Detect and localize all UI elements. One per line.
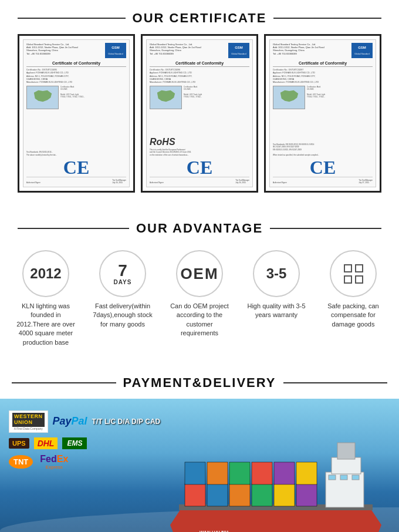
fedex-wrapper: FedEx Express [40,454,68,470]
svg-text:Global Standard: Global Standard [231,53,246,55]
cert-map-3 [273,86,305,109]
western-union-text: WESTERNUNION [12,413,45,427]
svg-rect-15 [274,484,295,506]
cert-card-1: Global Standard Testing Service Co., Ltd… [18,34,135,193]
days-label: DAYS [114,279,132,285]
ce-mark-2: CE [150,158,249,177]
cert-title-2: Certificate of Conformity [150,61,249,67]
advantage-items-container: 2012 KLN lighting was founded in 2012.Th… [6,244,393,353]
ce-mark-3: CE [273,158,373,177]
payment-header: PAYMENT&DELIVERY [0,365,399,399]
cert-issuer-text-2: Global Standard Testing Service Co., Ltd… [150,43,201,55]
cert-title-1: Certificate of Conformity [26,61,126,67]
tnt-logo: TNT [9,455,33,469]
cert-card-3: Global Standard Testing Service Co., Ltd… [264,34,381,193]
payment-row-3: TNT FedEx Express [9,454,160,470]
svg-rect-26 [329,475,336,480]
cert-bottom-3: Authorised Signer Tim Sun/ManagerJuly 27… [273,177,373,184]
days-desc: Fast delivery(within 7days),enough stock… [90,302,155,329]
adv-line-left [18,228,129,229]
pay-line-right [283,382,388,383]
certificate-title: OUR CERTIFICATE [133,11,267,26]
grid-dot-2 [355,264,363,272]
range-value: 3-5 [266,265,287,282]
svg-rect-12 [207,484,228,506]
cert-card-2: Global Standard Testing Service Co., Ltd… [141,34,258,193]
cert-standards-1: Test Standards: EN 55015:2013... The abo… [26,151,126,156]
cert-fields-1: Certification No.: GS718TC31095 Applican… [26,69,126,84]
cert-title-3: Certificate of Conformity [273,61,373,67]
grid-dot-3 [344,275,352,284]
svg-rect-16 [296,484,317,506]
advantage-item-oem: OEM Can do OEM project according to the … [167,250,232,338]
cert-map-2 [150,86,182,109]
oem-circle: OEM [176,250,223,297]
cert-issuer-text-3: Global Standard Testing Service Co., Ltd… [273,43,324,55]
cert-bottom-2: Authorised Signer Tim Sun/ManagerJuly 24… [150,177,249,184]
svg-text:GSM: GSM [111,46,120,49]
payment-methods-text: T/T L/C D/A D/P CAD [92,417,161,426]
gsm-logo: GSM Global Standard [105,43,126,58]
grid-dot-4 [355,275,363,284]
header-line-left [18,18,126,19]
svg-rect-19 [229,462,250,484]
cert-issuer-text: Global Standard Testing Service Co., Ltd… [26,43,78,55]
dhl-logo: DHL [34,437,58,449]
advantage-item-packing: Safe packing, can compensate for damage … [321,250,386,329]
ship-illustration: WAN HAI 501 [153,425,399,532]
svg-text:Global Standard: Global Standard [108,53,123,55]
fedex-sub: Express [46,464,63,470]
cert-fields-3: Certification No.: GS718TC31097 Applican… [273,69,373,84]
svg-rect-0 [105,43,126,58]
cert-model-text: Certification Mark CE-EMC Model: LED Tra… [60,86,126,149]
grid-dot-1 [344,264,352,272]
days-num: 7 [118,262,127,279]
advantage-item-range: 3-5 High quality with 3-5 years warranty [244,250,309,320]
header-line-right [273,18,381,19]
paypal-logo: PayPal [53,415,87,427]
svg-rect-13 [229,484,250,506]
svg-rect-28 [352,475,359,480]
cert-map-1 [26,86,59,109]
oem-desc: Can do OEM project according to the cust… [167,302,232,338]
ups-logo: UPS [9,438,29,449]
svg-rect-3 [228,43,249,58]
range-circle: 3-5 [253,250,300,297]
svg-text:Global Standard: Global Standard [354,53,369,55]
cert-model-text-3: Certification Mark CE-EMC Model: LED Tra… [307,86,373,141]
svg-text:GSM: GSM [235,46,243,49]
advantage-section: OUR ADVANTAGE 2012 KLN lighting was foun… [0,204,399,365]
days-circle: 7 DAYS [99,250,146,297]
oem-value: OEM [180,265,218,283]
cert-standards-3: Test Standards: EN 55015:2013, EN 61000-… [273,143,373,157]
ems-logo: EMS [62,437,87,449]
gsm-logo-3: GSM Global Standard [351,43,373,58]
range-desc: High quality with 3-5 years warranty [244,302,309,320]
svg-rect-25 [337,443,355,459]
rohs-badge: RoHS [150,137,249,147]
svg-rect-21 [274,462,295,484]
wu-sub-text: A First Data Company [14,427,43,430]
svg-rect-6 [351,43,373,58]
cert-standards-2: This is to certify that the European Par… [150,149,249,157]
svg-marker-9 [170,507,381,532]
fedex-logo: FedEx [40,454,68,464]
ce-mark-1: CE [26,158,126,177]
svg-rect-24 [332,457,361,474]
svg-rect-11 [185,484,205,506]
certificate-section: OUR CERTIFICATE Global Standard Testing … [0,0,399,204]
cert-model-text-2: Certification Mark CE-EMC Model: LED Tra… [184,86,249,133]
cert-bottom-1: Authorised Signer Tim Sun/ManagerJuly 24… [26,177,126,184]
grid-icon [338,258,369,289]
packing-desc: Safe packing, can compensate for damage … [321,302,386,329]
certificate-header: OUR CERTIFICATE [6,0,393,34]
gsm-logo-2: GSM Global Standard [228,43,249,58]
western-union-logo: WESTERNUNION A First Data Company [9,410,48,433]
svg-text:WAN HAI 501: WAN HAI 501 [200,530,229,532]
svg-rect-18 [207,462,228,484]
svg-rect-27 [340,475,347,480]
grid-circle [330,250,377,297]
pay-line-left [12,382,116,383]
advantage-item-days: 7 DAYS Fast delivery(within 7days),enoug… [90,250,155,329]
advantage-item-year: 2012 KLN lighting was founded in 2012.Th… [13,250,78,347]
